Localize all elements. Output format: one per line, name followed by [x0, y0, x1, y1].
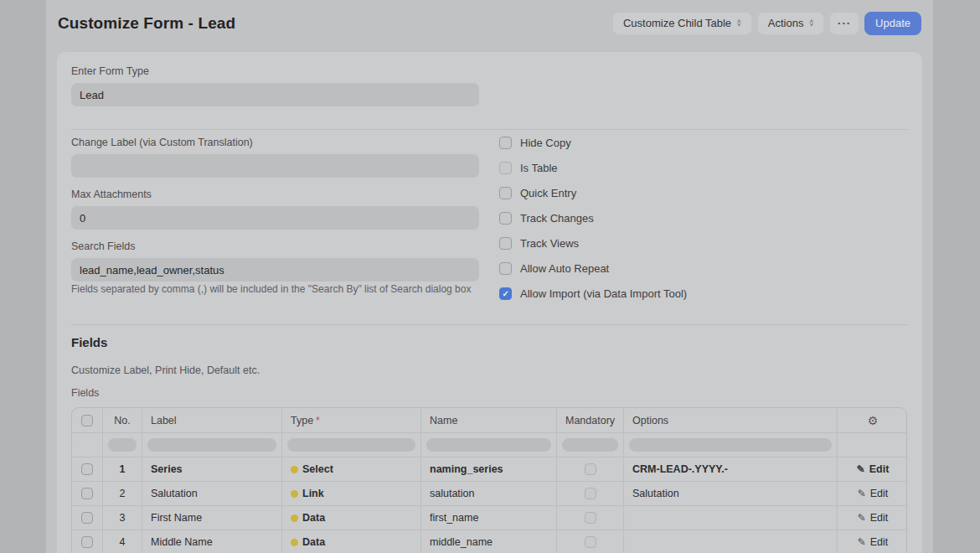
checkbox-icon[interactable] [499, 212, 512, 225]
form-checkbox[interactable]: Quick Entry [499, 187, 907, 199]
filter-input[interactable] [629, 438, 832, 452]
form-checkbox[interactable]: Hide Copy [499, 137, 907, 149]
row-label[interactable]: First Name [142, 505, 281, 530]
col-header-no: No. [102, 408, 142, 432]
row-select-checkbox[interactable] [81, 536, 93, 548]
checkbox-label: Track Changes [520, 212, 594, 225]
checkbox-icon[interactable] [499, 287, 512, 300]
row-label[interactable]: Middle Name [142, 530, 281, 553]
customize-child-table-button[interactable]: Customize Child Table ˄˅ [612, 12, 752, 35]
form-checkbox[interactable]: Track Views [499, 237, 907, 250]
row-label[interactable]: Series [142, 457, 281, 481]
row-number: 2 [102, 481, 142, 505]
row-type[interactable]: Data [281, 530, 420, 553]
checkbox-icon[interactable] [499, 237, 512, 250]
row-select-checkbox[interactable] [81, 463, 93, 475]
checkbox-icon[interactable] [499, 262, 512, 275]
column-break-icon [291, 466, 298, 473]
properties-section: Change Label (via Custom Translation) Ma… [71, 129, 908, 324]
fields-section: Fields Customize Label, Print Hide, Defa… [71, 324, 908, 553]
fields-table-body: 1 Series Select naming_series CRM-LEAD-.… [72, 457, 906, 553]
filter-input[interactable] [562, 438, 618, 452]
fields-grid-label: Fields [71, 387, 908, 399]
select-caret-icon: ˄˅ [737, 20, 741, 27]
pencil-icon: ✎ [858, 488, 866, 499]
mandatory-checkbox[interactable] [585, 463, 596, 475]
row-type[interactable]: Select [281, 457, 420, 481]
checkbox-icon[interactable] [499, 162, 512, 174]
pencil-icon: ✎ [858, 536, 866, 548]
checkbox-label: Allow Auto Repeat [520, 262, 609, 275]
enter-form-type-input[interactable] [71, 83, 479, 106]
col-header-mandatory: Mandatory [556, 408, 623, 432]
row-options[interactable] [623, 505, 837, 530]
pencil-icon: ✎ [857, 463, 865, 475]
max-attachments-label: Max Attachments [71, 189, 479, 200]
checkbox-icon[interactable] [499, 187, 512, 199]
search-fields-help: Fields separated by comma (,) will be in… [71, 283, 479, 295]
table-row[interactable]: 3 First Name Data first_name ✎ Edit [72, 505, 906, 530]
row-number: 3 [102, 505, 142, 530]
required-asterisk: * [316, 415, 320, 426]
col-header-label: Label [142, 408, 281, 432]
enter-form-type-label: Enter Form Type [71, 65, 479, 77]
select-all-checkbox[interactable] [81, 415, 93, 426]
change-label-input[interactable] [71, 154, 479, 178]
checkbox-label: Hide Copy [520, 137, 571, 149]
more-menu-button[interactable]: ··· [829, 12, 859, 35]
row-label[interactable]: Salutation [142, 481, 281, 505]
edit-row-button[interactable]: ✎ Edit [858, 488, 889, 499]
pencil-icon: ✎ [858, 512, 866, 524]
mandatory-checkbox[interactable] [585, 488, 596, 499]
fields-table: No. Label Type* Name Mandatory Options ⚙ [71, 407, 907, 553]
edit-row-button[interactable]: ✎ Edit [858, 536, 889, 548]
row-options[interactable]: CRM-LEAD-.YYYY.- [623, 457, 837, 481]
filter-input[interactable] [426, 438, 551, 452]
gear-icon[interactable]: ⚙ [868, 415, 879, 426]
form-checkbox-list: Hide Copy Is Table Quick Entry Track Cha… [499, 137, 907, 313]
form-checkbox[interactable]: Is Table [499, 162, 907, 174]
checkbox-icon[interactable] [499, 137, 512, 149]
filter-input[interactable] [147, 438, 276, 452]
col-header-options: Options [623, 408, 837, 432]
edit-row-button[interactable]: ✎ Edit [857, 463, 890, 475]
col-header-type: Type* [281, 408, 420, 432]
max-attachments-input[interactable] [71, 206, 479, 230]
row-options[interactable] [623, 530, 837, 553]
mandatory-checkbox[interactable] [585, 512, 596, 524]
edit-row-button[interactable]: ✎ Edit [858, 512, 889, 524]
actions-button[interactable]: Actions ˄˅ [757, 12, 824, 35]
table-row[interactable]: 2 Salutation Link salutation Salutation … [72, 481, 906, 505]
form-checkbox[interactable]: Track Changes [499, 212, 907, 225]
change-label-label: Change Label (via Custom Translation) [71, 137, 479, 148]
row-fieldname: first_name [420, 505, 556, 530]
fields-table-header: No. Label Type* Name Mandatory Options ⚙ [72, 408, 906, 432]
form-checkbox[interactable]: Allow Auto Repeat [499, 262, 907, 275]
col-header-name: Name [420, 408, 556, 432]
checkbox-label: Track Views [520, 237, 579, 250]
form-checkbox[interactable]: Allow Import (via Data Import Tool) [499, 287, 907, 300]
checkbox-label: Allow Import (via Data Import Tool) [520, 287, 687, 300]
header-actions: Customize Child Table ˄˅ Actions ˄˅ ··· … [612, 12, 921, 35]
checkbox-label: Quick Entry [520, 187, 576, 199]
row-type[interactable]: Data [281, 505, 420, 530]
row-number: 4 [102, 530, 142, 553]
mandatory-checkbox[interactable] [585, 536, 596, 548]
search-fields-input[interactable] [71, 258, 479, 282]
row-type[interactable]: Link [281, 481, 420, 505]
row-fieldname: salutation [420, 481, 556, 505]
update-button[interactable]: Update [864, 12, 921, 35]
form-type-section: Enter Form Type [71, 59, 908, 129]
filter-input[interactable] [287, 438, 415, 452]
column-break-icon [291, 539, 298, 546]
row-select-checkbox[interactable] [81, 488, 93, 499]
filter-row [72, 432, 906, 457]
row-fieldname: naming_series [420, 457, 556, 481]
table-row[interactable]: 1 Series Select naming_series CRM-LEAD-.… [72, 457, 906, 481]
column-break-icon [291, 514, 298, 522]
fields-section-description: Customize Label, Print Hide, Default etc… [71, 364, 908, 376]
row-options[interactable]: Salutation [623, 481, 837, 505]
table-row[interactable]: 4 Middle Name Data middle_name ✎ Edit [72, 530, 906, 553]
filter-input[interactable] [108, 438, 137, 452]
row-select-checkbox[interactable] [81, 512, 93, 524]
